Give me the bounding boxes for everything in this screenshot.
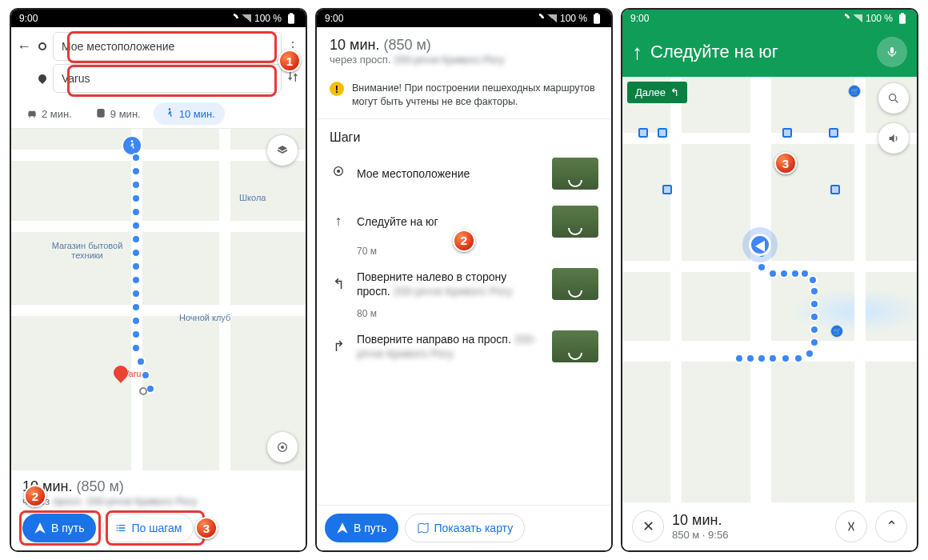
route-time: 10 мин. <box>330 37 379 53</box>
close-button[interactable]: ✕ <box>632 510 664 542</box>
nav-time: 10 мин. <box>672 512 827 529</box>
step-text: Поверните налево в сторону просп. 200-рі… <box>357 270 542 298</box>
route-dot <box>131 330 141 339</box>
status-battery: 100 % <box>254 13 282 24</box>
route-dot <box>757 262 766 272</box>
warning-icon: ! <box>330 82 344 96</box>
phone-navigation: 9:00 100 % ↑ Следуйте на юг Далее ↰ 3 🛒 … <box>621 8 918 552</box>
route-dist: (850 м) <box>383 37 430 53</box>
back-button[interactable]: ← <box>16 38 32 55</box>
status-battery: 100 % <box>866 13 893 24</box>
showmap-button[interactable]: Показать карту <box>405 514 526 542</box>
streetview-thumb[interactable] <box>552 268 598 300</box>
route-dot <box>768 269 778 278</box>
status-time: 9:00 <box>19 13 38 24</box>
start-button[interactable]: В путь <box>22 514 96 542</box>
route-dot <box>131 248 141 258</box>
steps-button-label: По шагам <box>132 522 182 534</box>
nav-instruction-bar: ↑ Следуйте на юг <box>622 27 917 77</box>
transit-stop-icon <box>829 128 838 138</box>
route-dot <box>810 299 819 309</box>
swap-button[interactable] <box>286 70 301 86</box>
route-dot <box>810 312 819 322</box>
routes-button[interactable] <box>835 510 867 542</box>
battery-icon <box>896 12 909 25</box>
svg-point-3 <box>168 108 170 110</box>
route-via-prefix: через просп. <box>330 54 390 66</box>
svg-rect-12 <box>901 13 904 14</box>
route-dot <box>746 354 755 363</box>
step-text: Поверните направо на просп. 200-річчя Кр… <box>357 332 542 361</box>
nav-map-area[interactable]: Далее ↰ 3 🛒 🛒 <box>622 77 917 502</box>
route-dot <box>734 354 744 363</box>
shop-pin-icon: 🛒 <box>830 325 843 338</box>
nav-dist-eta: 850 м · 9:56 <box>672 529 827 541</box>
mode-transit-label: 9 мин. <box>110 108 141 120</box>
start-button[interactable]: В путь <box>325 514 398 542</box>
route-dot <box>131 262 141 271</box>
svg-point-14 <box>890 94 896 101</box>
destination-input[interactable] <box>53 64 282 93</box>
step-item[interactable]: ↱ Поверните направо на просп. 200-річчя … <box>317 322 611 370</box>
route-dot <box>757 354 766 363</box>
route-dot <box>131 289 141 298</box>
turn-left-icon: ↰ <box>670 86 679 98</box>
search-button[interactable] <box>878 83 909 114</box>
layers-button[interactable] <box>267 135 298 166</box>
origin-input[interactable] <box>53 32 282 61</box>
steps-button[interactable]: По шагам <box>102 514 194 542</box>
streetview-thumb[interactable] <box>552 330 598 362</box>
svg-rect-8 <box>595 13 598 14</box>
transit-stop-icon <box>830 185 840 194</box>
phone-directions: 9:00 100 % ← ⋮ 2 мин. 9 мин. 10 мин. <box>10 8 307 552</box>
status-battery: 100 % <box>560 13 587 24</box>
route-dot <box>805 349 814 358</box>
turn-right-icon: ↱ <box>330 338 347 355</box>
route-dot <box>794 354 803 363</box>
route-dot <box>779 269 789 278</box>
current-position-icon <box>749 234 771 256</box>
voice-button[interactable] <box>877 37 907 67</box>
badge-3: 3 <box>195 517 218 539</box>
status-bar: 9:00 100 % <box>622 10 917 27</box>
status-bar: 9:00 100 % <box>317 10 611 27</box>
streetview-thumb[interactable] <box>552 158 598 190</box>
step-item[interactable]: Мое местоположение <box>317 150 611 198</box>
map-area[interactable]: Магазин бытовой техники Школа Ночной клу… <box>11 129 306 470</box>
streetview-thumb[interactable] <box>552 206 598 238</box>
badge-2: 2 <box>24 485 46 507</box>
svg-rect-1 <box>290 13 293 14</box>
route-dot <box>131 221 141 230</box>
warning-banner: ! Внимание! При построении пешеходных ма… <box>317 72 611 119</box>
battery-icon <box>285 12 298 25</box>
poi-club: Ночной клуб <box>179 313 230 322</box>
next-step-chip[interactable]: Далее ↰ <box>627 82 687 103</box>
status-time: 9:00 <box>325 13 343 24</box>
svg-point-4 <box>131 140 134 142</box>
mode-walk[interactable]: 10 мин. <box>154 102 225 125</box>
footer-buttons: В путь Показать карту <box>317 505 611 550</box>
svg-rect-2 <box>97 109 104 118</box>
route-dot <box>810 286 819 296</box>
route-dot <box>810 338 819 347</box>
steps-title: Шаги <box>317 119 611 150</box>
route-via-blur: 200-річчя Кривого Рогу <box>394 54 504 66</box>
warning-text: Внимание! При построении пешеходных марш… <box>352 82 598 109</box>
signal-icon <box>242 14 251 22</box>
badge-2: 2 <box>453 230 475 252</box>
svg-rect-11 <box>899 14 906 24</box>
start-button-label: В путь <box>51 522 85 534</box>
mylocation-button[interactable] <box>267 432 298 462</box>
steps-list[interactable]: Мое местоположение ↑ Следуйте на юг 70 м… <box>317 150 611 505</box>
expand-button[interactable]: ⌃ <box>875 510 907 542</box>
step-item[interactable]: ↰ Поверните налево в сторону просп. 200-… <box>317 260 611 308</box>
transit-stop-icon <box>662 185 672 194</box>
route-end-icon <box>139 387 147 395</box>
battery-icon <box>590 12 603 25</box>
badge-1: 1 <box>278 50 301 72</box>
mode-transit[interactable]: 9 мин. <box>85 102 150 125</box>
showmap-button-label: Показать карту <box>434 522 514 534</box>
mode-car[interactable]: 2 мин. <box>16 102 82 125</box>
phone-steps: 9:00 100 % 10 мин. (850 м) через просп. … <box>315 8 613 552</box>
sound-button[interactable] <box>878 123 909 154</box>
